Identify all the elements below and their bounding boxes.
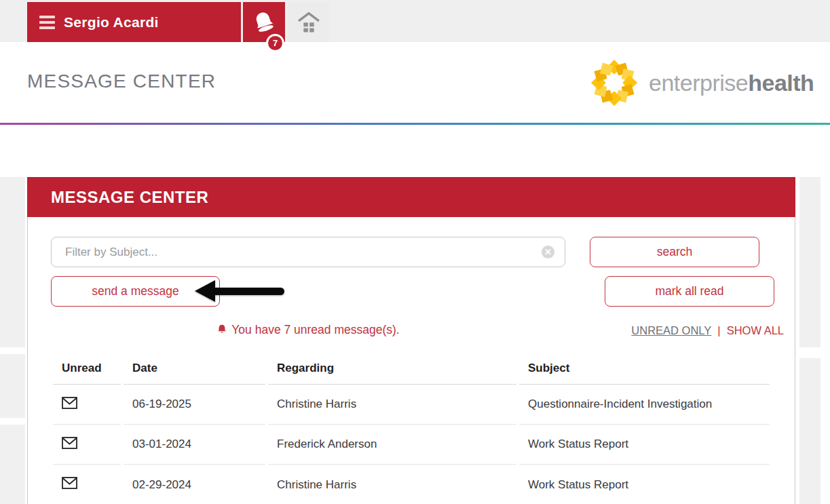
unread-envelope-icon[interactable] bbox=[62, 477, 77, 492]
user-menu-button[interactable]: Sergio Acardi bbox=[27, 2, 241, 42]
left-gutter bbox=[0, 354, 25, 418]
notification-badge: 7 bbox=[266, 34, 284, 52]
unread-envelope-icon[interactable] bbox=[62, 437, 77, 452]
unread-envelope-icon[interactable] bbox=[62, 397, 77, 412]
home-icon bbox=[297, 12, 320, 33]
panel-title: MESSAGE CENTER bbox=[51, 188, 208, 207]
hamburger-menu-icon[interactable] bbox=[39, 16, 55, 29]
date-cell: 06-19-2025 bbox=[124, 385, 265, 425]
view-filter-links: UNREAD ONLY | SHOW ALL bbox=[631, 324, 784, 337]
message-row[interactable]: 03-01-2024 Frederick Anderson Work Statu… bbox=[53, 425, 770, 465]
filter-field-wrap: ✕ bbox=[51, 237, 565, 267]
filter-by-subject-input[interactable] bbox=[51, 237, 565, 267]
logo-text: enterprisehealth bbox=[649, 70, 814, 96]
enterprise-health-logo: enterprisehealth bbox=[588, 56, 814, 109]
date-cell: 03-01-2024 bbox=[124, 425, 265, 465]
left-gutter bbox=[0, 425, 25, 504]
bell-icon bbox=[216, 324, 227, 335]
message-center-panel: ✕ search send a message mark all read Yo… bbox=[27, 217, 795, 504]
show-all-link[interactable]: SHOW ALL bbox=[727, 324, 784, 337]
unread-notice: You have 7 unread message(s). bbox=[51, 323, 565, 337]
mark-all-read-button[interactable]: mark all read bbox=[605, 276, 774, 307]
arrow-head-icon bbox=[195, 280, 215, 302]
subject-cell: Questionnaire-Incident Investigation bbox=[519, 385, 770, 425]
table-header-row: Unread Date Regarding Subject bbox=[53, 353, 770, 385]
message-center-page: Sergio Acardi 7 MESSAGE CENTER bbox=[0, 0, 830, 504]
messages-table: Unread Date Regarding Subject 06-19-2025… bbox=[50, 353, 772, 504]
header-unread: Unread bbox=[53, 353, 121, 385]
panel-header: MESSAGE CENTER bbox=[27, 177, 795, 217]
header-date: Date bbox=[124, 353, 265, 385]
gradient-divider bbox=[0, 123, 830, 125]
top-bar: Sergio Acardi 7 bbox=[0, 0, 830, 42]
user-name: Sergio Acardi bbox=[64, 14, 159, 31]
subject-cell: Work Status Report bbox=[519, 425, 770, 465]
page-title: MESSAGE CENTER bbox=[27, 71, 216, 92]
links-separator: | bbox=[717, 324, 720, 337]
unread-cell bbox=[53, 425, 121, 465]
left-gutter bbox=[0, 177, 25, 347]
arrow-shaft bbox=[214, 288, 284, 295]
message-row[interactable]: 06-19-2025 Christine Harris Questionnair… bbox=[53, 385, 770, 425]
sunflower-logo-icon bbox=[588, 56, 641, 109]
unread-only-link[interactable]: UNREAD ONLY bbox=[631, 324, 711, 337]
header-subject: Subject bbox=[519, 353, 770, 385]
search-button[interactable]: search bbox=[590, 237, 759, 267]
clear-filter-icon[interactable]: ✕ bbox=[542, 246, 554, 258]
notifications-button[interactable]: 7 bbox=[243, 2, 285, 42]
right-gutter bbox=[799, 177, 820, 347]
unread-cell bbox=[53, 385, 121, 425]
header-regarding: Regarding bbox=[268, 353, 516, 385]
regarding-cell: Christine Harris bbox=[268, 465, 516, 504]
regarding-cell: Christine Harris bbox=[268, 385, 516, 425]
date-cell: 02-29-2024 bbox=[124, 465, 265, 504]
unread-notice-text: You have 7 unread message(s). bbox=[231, 323, 399, 336]
home-button[interactable] bbox=[288, 2, 330, 42]
pointer-arrow-annotation bbox=[195, 279, 284, 303]
subject-cell: Work Status Report bbox=[519, 465, 770, 504]
unread-cell bbox=[53, 465, 121, 504]
right-gutter bbox=[799, 358, 820, 504]
bell-icon bbox=[252, 10, 276, 35]
regarding-cell: Frederick Anderson bbox=[268, 425, 516, 465]
message-row[interactable]: 02-29-2024 Christine Harris Work Status … bbox=[53, 465, 770, 504]
